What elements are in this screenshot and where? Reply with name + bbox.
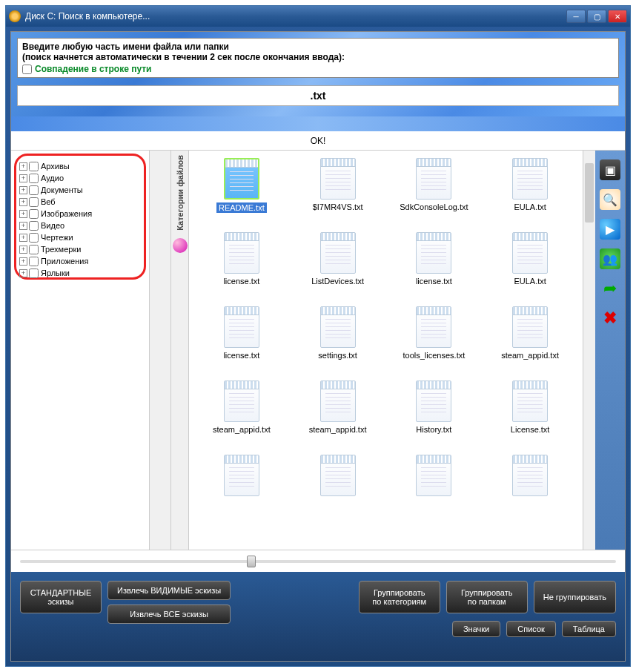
tree-item[interactable]: +Видео	[19, 220, 141, 231]
search-input[interactable]	[18, 90, 618, 102]
tree-label: Документы	[41, 185, 83, 194]
standard-thumbs-button[interactable]: СТАНДАРТНЫЕ эскизы	[20, 581, 102, 613]
file-item[interactable]: settings.txt	[290, 306, 386, 381]
file-label: steam_appid.txt	[501, 351, 559, 360]
tree-item[interactable]: +Аудио	[19, 172, 141, 184]
no-group-button[interactable]: Не группировать	[534, 581, 616, 613]
tree-checkbox[interactable]	[29, 233, 39, 243]
tree-checkbox[interactable]	[29, 257, 39, 266]
tree-item[interactable]: +Веб	[19, 196, 141, 208]
file-item[interactable]: License.txt	[482, 381, 578, 455]
expand-icon[interactable]: +	[19, 174, 27, 182]
tree-checkbox[interactable]	[29, 245, 39, 254]
prompt-line2: (поиск начнется автоматически в течении …	[22, 52, 614, 62]
expand-icon[interactable]: +	[19, 246, 27, 254]
delete-icon[interactable]: ✖	[600, 308, 620, 329]
right-toolbar: ▣ 🔍 ▶ 👥 ➦ ✖	[595, 151, 625, 550]
file-item[interactable]: EULA.txt	[482, 158, 578, 232]
file-item[interactable]: SdkConsoleLog.txt	[386, 158, 483, 232]
file-item[interactable]: steam_appid.txt	[290, 381, 386, 455]
extract-visible-button[interactable]: Извлечь ВИДИМЫЕ эскизы	[107, 581, 231, 600]
expand-icon[interactable]: +	[19, 186, 27, 194]
zoom-slider-row	[11, 550, 625, 572]
tree-label: Приложения	[41, 257, 88, 266]
file-item[interactable]: History.txt	[386, 381, 483, 455]
file-item[interactable]: steam_appid.txt	[482, 306, 578, 381]
tree-item[interactable]: +Приложения	[19, 255, 141, 267]
tree-checkbox[interactable]	[29, 162, 39, 171]
tree-item[interactable]: +Ярлыки	[19, 267, 141, 279]
tree-checkbox[interactable]	[29, 174, 39, 183]
prompt-box: Введите любую часть имени файла или папк…	[17, 38, 619, 78]
expand-icon[interactable]: +	[19, 198, 27, 206]
minimize-button[interactable]: ─	[566, 10, 586, 23]
tree-item[interactable]: +Трехмерки	[19, 243, 141, 255]
scrollbar-vertical[interactable]	[583, 151, 595, 550]
scrollbar-thumb[interactable]	[585, 163, 594, 223]
extract-all-button[interactable]: Извлечь ВСЕ эскизы	[107, 605, 231, 624]
forward-icon[interactable]: ➦	[600, 278, 620, 299]
file-icon	[512, 455, 548, 496]
tree-checkbox[interactable]	[29, 197, 39, 207]
file-item[interactable]: steam_appid.txt	[193, 381, 290, 455]
separator-strip	[11, 116, 625, 131]
file-icon	[416, 455, 451, 496]
file-item[interactable]: license.txt	[193, 306, 290, 381]
tree-checkbox[interactable]	[29, 269, 39, 278]
file-item[interactable]: tools_licenses.txt	[386, 306, 483, 381]
tree-label: Веб	[41, 197, 56, 206]
file-item[interactable]	[290, 455, 386, 529]
expand-icon[interactable]: +	[19, 210, 27, 218]
tree-item[interactable]: +Архивы	[19, 160, 141, 172]
splitter[interactable]	[149, 151, 171, 550]
maximize-button[interactable]: ▢	[587, 10, 606, 23]
refresh-icon[interactable]	[173, 238, 188, 253]
file-item[interactable]: license.txt	[193, 232, 290, 306]
play-icon[interactable]: ▶	[600, 219, 620, 240]
zoom-slider[interactable]	[20, 560, 616, 563]
expand-icon[interactable]: +	[19, 162, 27, 171]
console-icon[interactable]: ▣	[600, 159, 620, 180]
close-button[interactable]: ✕	[608, 10, 627, 23]
file-item[interactable]	[386, 455, 483, 529]
tree-checkbox[interactable]	[29, 185, 39, 195]
table-view-button[interactable]: Таблица	[562, 621, 616, 637]
file-item[interactable]	[193, 455, 290, 529]
file-icon	[416, 306, 451, 348]
file-label: README.txt	[216, 202, 267, 213]
tree-checkbox[interactable]	[29, 221, 39, 231]
categories-label: Категории файлов	[176, 155, 185, 231]
file-icon	[320, 455, 356, 496]
file-item[interactable]: EULA.txt	[482, 232, 578, 306]
file-item[interactable]: $I7MR4VS.txt	[290, 158, 386, 232]
icons-view-button[interactable]: Значки	[452, 621, 500, 637]
tree-item[interactable]: +Документы	[19, 184, 141, 196]
expand-icon[interactable]: +	[19, 222, 27, 230]
file-label: license.txt	[223, 277, 259, 286]
file-label: ListDevices.txt	[311, 277, 364, 286]
match-path-checkbox[interactable]	[22, 65, 32, 74]
file-item[interactable]: README.txt	[193, 158, 290, 232]
group-by-category-button[interactable]: Группировать по категориям	[359, 581, 440, 613]
file-item[interactable]	[482, 455, 578, 529]
file-item[interactable]: ListDevices.txt	[290, 232, 386, 306]
tree-item[interactable]: +Изображения	[19, 208, 141, 220]
expand-icon[interactable]: +	[19, 257, 27, 266]
expand-icon[interactable]: +	[19, 269, 27, 277]
file-item[interactable]: license.txt	[386, 232, 483, 306]
tree-label: Ярлыки	[41, 269, 70, 277]
search-header: Введите любую часть имени файла или папк…	[11, 32, 625, 116]
prompt-line1: Введите любую часть имени файла или папк…	[22, 42, 614, 52]
group-by-folder-button[interactable]: Группировать по папкам	[446, 581, 528, 613]
search-icon[interactable]: 🔍	[600, 189, 620, 210]
tree-checkbox[interactable]	[29, 209, 39, 219]
users-icon[interactable]: 👥	[600, 248, 620, 269]
tree-label: Аудио	[41, 174, 64, 182]
file-icon	[512, 381, 548, 422]
file-label: steam_appid.txt	[309, 425, 367, 434]
tree-item[interactable]: +Чертежи	[19, 231, 141, 243]
file-label: License.txt	[511, 425, 550, 434]
expand-icon[interactable]: +	[19, 234, 27, 242]
list-view-button[interactable]: Список	[506, 621, 556, 637]
zoom-slider-thumb[interactable]	[247, 556, 256, 567]
